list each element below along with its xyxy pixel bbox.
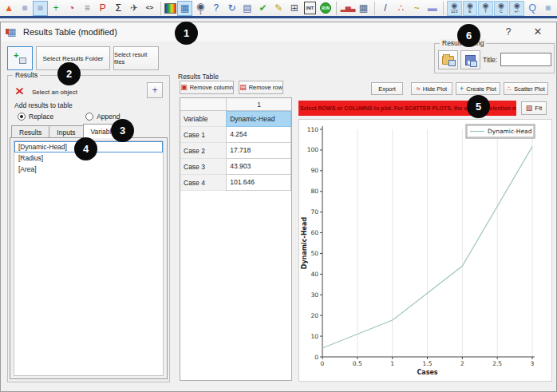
eye-123-icon[interactable]: ◉123 xyxy=(447,1,462,16)
save-results-button[interactable] xyxy=(460,50,480,69)
close-button[interactable]: ✕ xyxy=(526,23,550,41)
cube-selected-icon[interactable]: ■ xyxy=(33,1,48,16)
remove-row-icon: ▤ xyxy=(239,84,247,91)
svg-text:80: 80 xyxy=(310,188,318,195)
row-header: Case 4 xyxy=(180,175,226,191)
annotation-badge-5: 5 xyxy=(467,95,490,118)
partial-icon-icon[interactable]: ■ xyxy=(540,1,555,16)
create-plot-button[interactable]: + Create Plot xyxy=(456,82,500,95)
cell-case-3[interactable]: 43.903 xyxy=(226,159,291,175)
toolbar-separator xyxy=(374,2,375,15)
results-group: Results ✕ Select an object + Add results… xyxy=(7,75,170,382)
results-table-icon[interactable]: ▦ xyxy=(177,1,192,16)
cell-case-2[interactable]: 17.718 xyxy=(226,143,291,159)
eye-plusminus-icon[interactable]: ◉+/- xyxy=(509,1,524,16)
remove-row-button[interactable]: ▤ Remove row xyxy=(239,81,283,94)
scatter-plot-label: Scatter Plot xyxy=(514,85,545,93)
svg-text:3: 3 xyxy=(531,360,535,367)
fit-label: Fit xyxy=(535,105,542,112)
remove-column-label: Remove column xyxy=(190,84,233,91)
create-plot-label: Create Plot xyxy=(466,85,496,93)
calculator-icon[interactable]: ⊞ xyxy=(286,1,302,16)
svg-text:90: 90 xyxy=(310,167,318,174)
run-icon[interactable]: RUN xyxy=(318,1,334,16)
line-segment-icon[interactable]: / xyxy=(378,1,393,16)
help-button[interactable]: ? xyxy=(496,23,520,41)
histogram-icon[interactable]: ▂▅▃ xyxy=(340,1,355,16)
svg-text:10: 10 xyxy=(310,333,318,340)
tab-inputs[interactable]: Inputs xyxy=(49,125,83,138)
fit-icon: ▧ xyxy=(526,105,533,112)
remove-column-button[interactable]: ▣ Remove column xyxy=(180,81,234,94)
plot-area[interactable]: 010203040506070809010011000.511.522.53Ca… xyxy=(298,119,552,382)
radio-replace[interactable]: Replace xyxy=(18,113,53,121)
radio-replace-circle[interactable] xyxy=(18,113,26,121)
svg-text:1.5: 1.5 xyxy=(423,360,433,367)
open-results-button[interactable] xyxy=(438,50,458,69)
check-icon[interactable]: ✔ xyxy=(255,1,271,16)
polyline-icon[interactable]: ~ xyxy=(409,1,425,16)
cell-variable-name[interactable]: Dynamic-Head xyxy=(226,111,291,127)
replace-append-radios: Replace Append xyxy=(18,113,120,121)
svg-text:40: 40 xyxy=(310,271,318,278)
cube-icon[interactable]: ■ xyxy=(18,1,33,16)
add-object-button[interactable]: + xyxy=(7,46,33,70)
list-item-area[interactable]: [Area] xyxy=(14,164,163,175)
p-curve-icon[interactable]: P xyxy=(95,1,110,16)
add-result-button[interactable]: + xyxy=(147,82,163,98)
svg-text:1: 1 xyxy=(390,360,394,367)
layers-icon[interactable]: ≡ xyxy=(80,1,95,16)
svg-text:20: 20 xyxy=(310,312,318,319)
save-icon[interactable]: ▤ xyxy=(240,1,255,16)
table-icon[interactable]: ▦ xyxy=(356,1,371,16)
export-button[interactable]: Export xyxy=(371,82,403,95)
flame-icon[interactable]: ▲ xyxy=(2,1,17,16)
annotation-badge-1: 1 xyxy=(175,22,198,45)
cell-case-4[interactable]: 101.646 xyxy=(226,175,291,191)
results-group-label: Results xyxy=(13,71,40,79)
svg-text:Cases: Cases xyxy=(417,369,437,376)
cylinder-icon[interactable]: ▬ xyxy=(425,1,440,16)
sigma-icon[interactable]: Σ xyxy=(111,1,126,16)
eye-1-icon[interactable]: ◉1 xyxy=(193,1,208,16)
timer-icon[interactable]: ◔ xyxy=(64,1,79,16)
folder-icon xyxy=(442,56,454,65)
radio-append-circle[interactable] xyxy=(85,113,93,121)
svg-text:30: 30 xyxy=(310,291,318,299)
search-blue-icon[interactable]: Q xyxy=(525,1,540,16)
scatter-plot-button[interactable]: ∴ Scatter Plot xyxy=(504,82,548,95)
annotation-badge-2: 2 xyxy=(57,62,81,85)
column-header-1[interactable]: 1 xyxy=(226,98,291,110)
tab-results[interactable]: Results xyxy=(11,125,49,138)
cell-case-1[interactable]: 4.254 xyxy=(226,127,291,143)
results-table-dialog-icon: ▦ xyxy=(7,27,17,37)
eye-t-icon[interactable]: ◉T xyxy=(478,1,493,16)
airplane-icon[interactable]: ✈ xyxy=(127,1,142,16)
annotation-badge-4: 4 xyxy=(74,137,97,160)
init-icon[interactable]: INIT xyxy=(302,1,318,16)
eye-c-icon[interactable]: ◉C xyxy=(494,1,509,16)
results-data-table[interactable]: 1 Variable Name Dynamic-Head Case 1 4.25… xyxy=(180,97,292,381)
select-result-files-button[interactable]: Select result files xyxy=(113,46,159,70)
hide-plot-label: Hide Plot xyxy=(423,85,447,93)
variables-listbox[interactable]: [Dynamic-Head] [Radius] [Area] xyxy=(14,141,164,376)
svg-text:2.5: 2.5 xyxy=(492,360,502,367)
eye-e-icon[interactable]: ◉E xyxy=(463,1,478,16)
radio-append[interactable]: Append xyxy=(85,113,120,121)
code-tags-icon[interactable]: <> xyxy=(142,1,157,16)
table-row: Variable Name Dynamic-Head xyxy=(180,111,291,127)
hide-plot-button[interactable]: ≈ Hide Plot xyxy=(411,82,452,95)
annotation-badge-6: 6 xyxy=(457,24,480,47)
table-header-row: 1 xyxy=(180,98,291,111)
add-points-icon[interactable]: + xyxy=(49,1,64,16)
remove-column-icon: ▣ xyxy=(180,84,188,91)
clear-object-icon[interactable]: ✕ xyxy=(14,85,25,97)
fit-button[interactable]: ▧ Fit xyxy=(521,101,547,115)
refresh-icon[interactable]: ↻ xyxy=(224,1,239,16)
title-input[interactable] xyxy=(500,53,551,66)
numbered-points-icon[interactable]: ∴ xyxy=(393,1,409,16)
help-message-icon[interactable]: ? xyxy=(209,1,224,16)
title-field-label: Title: xyxy=(483,56,497,64)
pencil-icon[interactable]: ✎ xyxy=(271,1,286,16)
colorbar-icon[interactable] xyxy=(164,3,177,14)
